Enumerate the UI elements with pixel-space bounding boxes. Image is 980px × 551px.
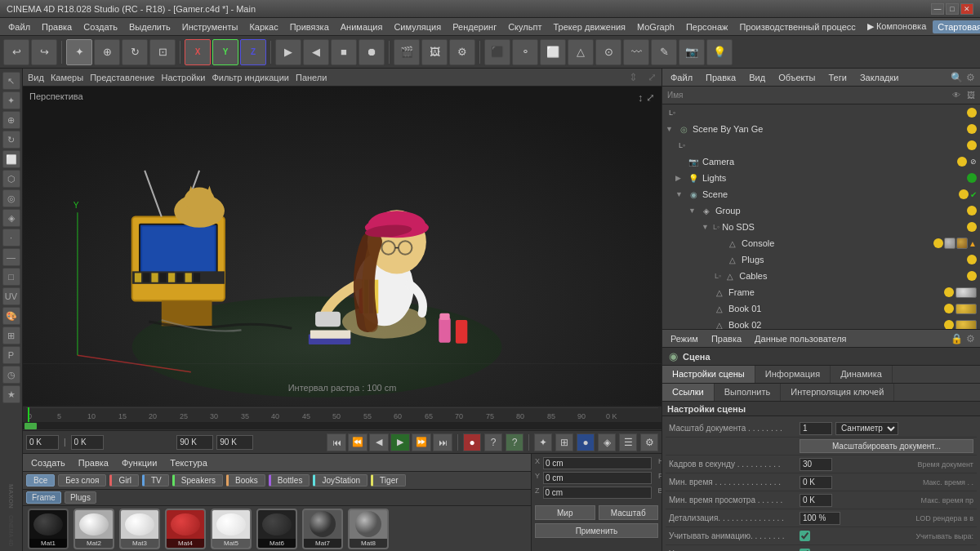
obj-menu-file[interactable]: Файл <box>667 72 696 83</box>
props-tab-scene-settings[interactable]: Настройки сцены <box>662 366 755 383</box>
obj-row-no-sds[interactable]: ▼ L◦ No SDS <box>662 219 980 235</box>
menu-compositing[interactable]: ▶ Компоновка <box>862 20 931 33</box>
vp-settings-menu[interactable]: Настройки <box>161 73 205 82</box>
vp-filter-menu[interactable]: Фильтр индикации <box>212 73 289 82</box>
render-settings[interactable]: ⚙ <box>449 39 475 65</box>
play-backward[interactable]: ◀ <box>303 39 329 65</box>
obj-row-scene[interactable]: ▼ ◉ Scene ✔ <box>662 186 980 202</box>
props-tab-links[interactable]: Ссылки <box>662 384 715 401</box>
menu-snap[interactable]: Привязка <box>285 20 334 33</box>
go-end-button[interactable]: ⏭ <box>433 433 452 451</box>
subfilter-frame[interactable]: Frame <box>26 491 61 504</box>
material-swatch-7[interactable]: Mat7 <box>302 509 343 549</box>
lt-move[interactable]: ✦ <box>2 91 20 109</box>
material-swatch-6[interactable]: Mat6 <box>256 509 297 549</box>
prop-doc-scale-input[interactable] <box>800 422 832 435</box>
props-tab-info[interactable]: Информация <box>755 366 831 383</box>
scene-expand[interactable]: ▼ <box>675 190 687 198</box>
props-lock-icon[interactable]: 🔒 <box>951 333 963 344</box>
lt-uv-mode[interactable]: UV <box>2 287 20 305</box>
viewport[interactable]: Y Перспектива ↕ ⤢ Интервал растра : 100 … <box>23 87 662 406</box>
lt-axis[interactable]: ⊞ <box>2 327 20 344</box>
props-settings-icon[interactable]: ⚙ <box>966 333 975 344</box>
nurbs[interactable]: 〰 <box>623 39 649 65</box>
scene-by-yan-expand[interactable]: ▼ <box>666 125 677 133</box>
move-tool[interactable]: ✦ <box>66 39 92 65</box>
close-button[interactable]: ✕ <box>960 3 973 15</box>
obj-menu-objects[interactable]: Объекты <box>775 72 818 83</box>
frame-end-input[interactable] <box>176 435 213 450</box>
menu-mograph[interactable]: MoGraph <box>632 20 679 33</box>
lt-edge-mode[interactable]: — <box>2 248 20 266</box>
help-button[interactable]: ? <box>506 433 523 451</box>
menu-pipeline[interactable]: Производственный процесс <box>734 20 860 33</box>
go-start-button[interactable]: ⏮ <box>327 433 346 451</box>
key-mode-button[interactable]: ◈ <box>598 433 616 451</box>
lt-select-free[interactable]: ◎ <box>2 189 20 207</box>
prop-min-preview-input[interactable] <box>800 494 832 507</box>
menu-file[interactable]: Файл <box>3 20 35 33</box>
prop-min-time-input[interactable] <box>800 476 832 489</box>
prev-frame-button[interactable]: ⏪ <box>348 433 368 451</box>
record-button[interactable]: ● <box>463 433 481 451</box>
obj-menu-tags[interactable]: Теги <box>826 72 850 83</box>
obj-menu-edit[interactable]: Правка <box>702 72 739 83</box>
lt-rotate[interactable]: ↻ <box>2 131 20 149</box>
timeline-settings[interactable]: ⚙ <box>640 433 658 451</box>
filter-tv[interactable]: TV <box>142 474 169 487</box>
spline[interactable]: ✎ <box>651 39 677 65</box>
obj-row-plugs[interactable]: ▶ △ Plugs <box>662 251 980 268</box>
lt-poly-mode[interactable]: □ <box>2 268 20 286</box>
primitive-sphere[interactable]: ⚬ <box>512 39 538 65</box>
menu-edit[interactable]: Правка <box>37 20 77 33</box>
obj-row-lights[interactable]: ▶ 💡 Lights <box>662 170 980 186</box>
filter-speakers[interactable]: Speakers <box>172 474 223 487</box>
play-forward[interactable]: ▶ <box>275 39 301 65</box>
no-sds-expand[interactable]: ▼ <box>702 223 713 231</box>
menu-character[interactable]: Персонаж <box>681 20 733 33</box>
prop-doc-scale-unit[interactable]: Сантиметр Метр <box>835 422 898 435</box>
obj-row-group[interactable]: ▼ ◈ Group <box>662 202 980 219</box>
material-swatch-5[interactable]: Mat5 <box>211 509 252 549</box>
record[interactable]: ⏺ <box>359 39 385 65</box>
menu-startup[interactable]: Стартовая ▼ <box>933 20 980 33</box>
lights-expand[interactable]: ▶ <box>675 174 687 182</box>
current-frame-input[interactable] <box>26 435 59 450</box>
menu-animation[interactable]: Анимация <box>336 20 388 33</box>
obj-row-console[interactable]: ▶ △ Console ▲ <box>662 235 980 251</box>
auto-key-button[interactable]: ? <box>484 433 502 451</box>
prop-fps-input[interactable] <box>800 458 832 471</box>
maximize-button[interactable]: □ <box>946 3 959 15</box>
timeline-options[interactable]: ☰ <box>619 433 637 451</box>
render-view[interactable]: 🎬 <box>394 39 420 65</box>
stop[interactable]: ■ <box>331 39 357 65</box>
obj-row-book02[interactable]: ▶ △ Book 02 <box>662 317 980 329</box>
obj-menu-view[interactable]: Вид <box>746 72 768 83</box>
lt-texture[interactable]: 🎨 <box>2 307 20 325</box>
lt-plugin1[interactable]: ◷ <box>2 366 20 384</box>
obj-search-icon[interactable]: 🔍 <box>951 72 963 83</box>
props-tab-execute[interactable]: Выполнить <box>715 384 781 401</box>
obj-row-cables[interactable]: L◦ △ Cables <box>662 268 980 284</box>
obj-menu-bookmarks[interactable]: Закладки <box>857 72 902 83</box>
minimize-button[interactable]: — <box>931 3 944 15</box>
menu-simulation[interactable]: Симуляция <box>389 20 446 33</box>
props-menu-edit[interactable]: Правка <box>708 333 745 344</box>
lt-param[interactable]: P <box>2 346 20 364</box>
frame-alt-input[interactable] <box>71 435 104 450</box>
primitive-cube[interactable]: ⬛ <box>484 39 510 65</box>
mat-menu-functions[interactable]: Функции <box>118 456 160 469</box>
filter-no-layer[interactable]: Без слоя <box>58 474 106 487</box>
play-fwd-button[interactable]: ⏩ <box>412 433 431 451</box>
coord-z-input[interactable] <box>543 487 652 499</box>
render-active[interactable]: 🖼 <box>421 39 448 65</box>
vp-cameras-menu[interactable]: Камеры <box>51 73 83 82</box>
select-tool[interactable]: ⊡ <box>149 39 176 65</box>
menu-select[interactable]: Выделить <box>124 20 176 33</box>
props-menu-mode[interactable]: Режим <box>667 333 702 344</box>
obj-settings-icon[interactable]: ⚙ <box>966 72 975 83</box>
play-rev-button[interactable]: ◀ <box>369 433 389 451</box>
material-swatch-3[interactable]: Mat3 <box>119 509 160 549</box>
rotate-tool[interactable]: ↻ <box>122 39 148 65</box>
obj-row-lo1[interactable]: L◦ <box>662 104 980 121</box>
